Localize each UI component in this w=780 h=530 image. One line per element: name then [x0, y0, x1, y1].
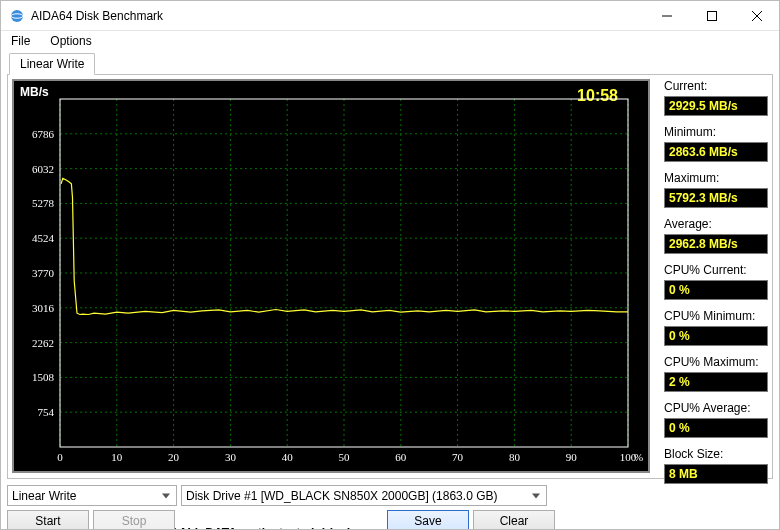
svg-rect-3	[707, 11, 716, 20]
svg-text:80: 80	[509, 451, 521, 463]
stat-cpu-current-value: 0 %	[664, 280, 768, 300]
svg-text:0: 0	[57, 451, 63, 463]
stat-minimum-label: Minimum:	[664, 125, 768, 139]
save-button[interactable]: Save	[387, 510, 469, 530]
svg-text:3770: 3770	[32, 267, 55, 279]
svg-text:1508: 1508	[32, 371, 55, 383]
stat-cpu-average-label: CPU% Average:	[664, 401, 768, 415]
stat-cpu-minimum-value: 0 %	[664, 326, 768, 346]
svg-text:60: 60	[395, 451, 407, 463]
stat-maximum-value: 5792.3 MB/s	[664, 188, 768, 208]
tab-panel: MB/s 10:58 75415082262301637704524527860…	[7, 74, 773, 479]
tab-strip: Linear Write	[9, 53, 95, 75]
test-type-select[interactable]: Linear Write	[7, 485, 177, 506]
stat-cpu-maximum-label: CPU% Maximum:	[664, 355, 768, 369]
svg-text:754: 754	[38, 406, 55, 418]
stat-current-value: 2929.5 MB/s	[664, 96, 768, 116]
bottom-controls: Linear Write Disk Drive #1 [WD_BLACK SN8…	[7, 483, 773, 530]
svg-text:5278: 5278	[32, 197, 55, 209]
minimize-button[interactable]	[644, 1, 689, 31]
stat-average-label: Average:	[664, 217, 768, 231]
svg-text:%: %	[634, 451, 643, 463]
drive-value: Disk Drive #1 [WD_BLACK SN850X 2000GB] (…	[186, 489, 497, 503]
stat-cpu-minimum-label: CPU% Minimum:	[664, 309, 768, 323]
stat-cpu-current-label: CPU% Current:	[664, 263, 768, 277]
svg-text:4524: 4524	[32, 232, 55, 244]
benchmark-chart: MB/s 10:58 75415082262301637704524527860…	[12, 79, 650, 473]
svg-text:90: 90	[566, 451, 578, 463]
menu-options[interactable]: Options	[46, 33, 95, 49]
close-button[interactable]	[734, 1, 779, 31]
stat-block-size-value: 8 MB	[664, 464, 768, 484]
menu-bar: File Options	[1, 31, 779, 51]
svg-text:3016: 3016	[32, 302, 55, 314]
svg-text:20: 20	[168, 451, 180, 463]
clear-button[interactable]: Clear	[473, 510, 555, 530]
maximize-button[interactable]	[689, 1, 734, 31]
svg-text:2262: 2262	[32, 337, 54, 349]
svg-text:6786: 6786	[32, 128, 55, 140]
svg-point-0	[11, 10, 23, 22]
svg-text:50: 50	[339, 451, 351, 463]
stat-minimum-value: 2863.6 MB/s	[664, 142, 768, 162]
tab-linear-write[interactable]: Linear Write	[9, 53, 95, 75]
svg-text:6032: 6032	[32, 163, 54, 175]
app-icon	[9, 8, 25, 24]
stat-block-size-label: Block Size:	[664, 447, 768, 461]
svg-text:10: 10	[111, 451, 123, 463]
start-button[interactable]: Start	[7, 510, 89, 530]
svg-text:30: 30	[225, 451, 237, 463]
svg-text:70: 70	[452, 451, 464, 463]
stat-current-label: Current:	[664, 79, 768, 93]
test-type-value: Linear Write	[12, 489, 76, 503]
drive-select[interactable]: Disk Drive #1 [WD_BLACK SN850X 2000GB] (…	[181, 485, 547, 506]
menu-file[interactable]: File	[7, 33, 34, 49]
stat-average-value: 2962.8 MB/s	[664, 234, 768, 254]
stat-cpu-maximum-value: 2 %	[664, 372, 768, 392]
stat-maximum-label: Maximum:	[664, 171, 768, 185]
window-title: AIDA64 Disk Benchmark	[31, 9, 163, 23]
content-frame: Linear Write MB/s 10:58 7541508226230163…	[7, 53, 773, 525]
chart-canvas: 7541508226230163770452452786032678601020…	[14, 81, 648, 471]
stats-panel: Current: 2929.5 MB/s Minimum: 2863.6 MB/…	[664, 79, 768, 490]
title-bar: AIDA64 Disk Benchmark	[1, 1, 779, 31]
svg-text:40: 40	[282, 451, 294, 463]
stop-button[interactable]: Stop	[93, 510, 175, 530]
stat-cpu-average-value: 0 %	[664, 418, 768, 438]
